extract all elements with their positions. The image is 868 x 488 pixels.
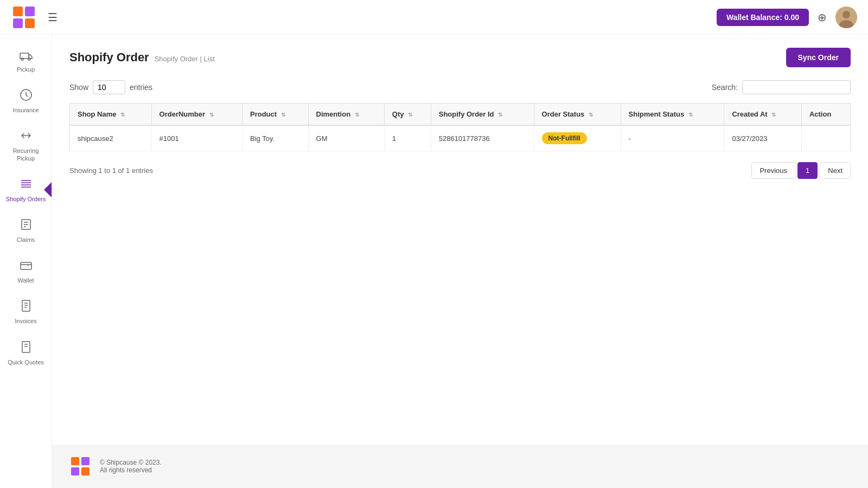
sidebar-item-recurring-pickup[interactable]: Recurring Pickup: [0, 121, 52, 169]
sort-icon-order-number[interactable]: ⇅: [209, 112, 214, 118]
cell-shipment-status: -: [621, 125, 724, 151]
hamburger-icon[interactable]: ☰: [48, 11, 58, 24]
sort-icon-shop-name[interactable]: ⇅: [120, 112, 125, 118]
logo: SHIP CAUSE: [11, 4, 37, 30]
crosshair-icon[interactable]: ⊕: [818, 11, 827, 24]
cell-order-number: #1001: [151, 125, 242, 151]
page-1-button[interactable]: 1: [797, 162, 818, 179]
table-header: Shop Name ⇅ OrderNumber ⇅ Product ⇅ Di: [70, 104, 851, 126]
svg-rect-31: [81, 467, 90, 476]
svg-point-10: [28, 58, 30, 60]
col-order-status: Order Status ⇅: [534, 104, 621, 126]
sidebar-item-quick-quotes[interactable]: Quick Quotes: [0, 333, 52, 374]
content-area: Shopify Order Shopify Order | List Sync …: [52, 35, 868, 445]
svg-point-9: [21, 58, 23, 60]
main-content: Shopify Order Shopify Order | List Sync …: [52, 35, 868, 488]
pickup-icon: [20, 48, 33, 64]
col-created-at: Created At ⇅: [724, 104, 801, 126]
breadcrumb: Shopify Order | List: [155, 55, 215, 63]
pagination-area: Showing 1 to 1 of 1 entries Previous 1 N…: [69, 162, 851, 179]
showing-text: Showing 1 to 1 of 1 entries: [69, 166, 153, 175]
col-product: Product ⇅: [242, 104, 309, 126]
footer-logo: [69, 455, 91, 477]
col-action: Action: [801, 104, 850, 126]
cell-order-status: Not-Fullfill: [534, 125, 621, 151]
sidebar-item-claims[interactable]: Claims: [0, 210, 52, 251]
search-label: Search:: [712, 83, 738, 92]
header-right: Wallet Balance: 0.00 ⊕: [717, 7, 857, 28]
svg-point-6: [843, 11, 850, 18]
cell-shopify-order-id: 5286101778736: [431, 125, 534, 151]
invoices-icon: [20, 299, 33, 316]
header-left: SHIP CAUSE ☰: [11, 4, 58, 30]
previous-button[interactable]: Previous: [751, 162, 795, 179]
svg-rect-3: [25, 18, 35, 28]
breadcrumb-separator: |: [200, 55, 204, 63]
sidebar-label-insurance: Insurance: [12, 107, 39, 114]
svg-rect-20: [21, 262, 31, 269]
pagination: Previous 1 Next: [751, 162, 851, 179]
sort-icon-dimention[interactable]: ⇅: [355, 112, 359, 118]
sort-icon-order-status[interactable]: ⇅: [589, 112, 593, 118]
cell-qty: 1: [384, 125, 431, 151]
sidebar-item-pickup[interactable]: Pickup: [0, 40, 52, 81]
layout: Pickup Insurance Recurring Pickup: [0, 35, 868, 488]
col-qty: Qty ⇅: [384, 104, 431, 126]
sidebar-label-pickup: Pickup: [17, 66, 35, 73]
table-controls: Show entries Search:: [69, 80, 851, 94]
sort-icon-product[interactable]: ⇅: [281, 112, 285, 118]
sort-icon-created-at[interactable]: ⇅: [771, 112, 776, 118]
svg-rect-25: [22, 342, 30, 352]
sort-icon-qty[interactable]: ⇅: [408, 112, 412, 118]
breadcrumb-current: List: [204, 55, 215, 63]
show-label: Show: [69, 83, 88, 92]
svg-rect-8: [20, 53, 29, 59]
claims-icon: [20, 218, 33, 234]
search-box: Search:: [712, 80, 851, 94]
page-title-section: Shopify Order Shopify Order | List: [69, 50, 215, 65]
page-header: Shopify Order Shopify Order | List Sync …: [69, 48, 851, 67]
col-shopify-order-id: Shopify Order Id ⇅: [431, 104, 534, 126]
insurance-icon: [20, 88, 33, 105]
wallet-icon: [20, 259, 33, 275]
col-dimention: Dimention ⇅: [308, 104, 384, 126]
col-shop-name: Shop Name ⇅: [70, 104, 152, 126]
breadcrumb-link[interactable]: Shopify Order: [155, 55, 198, 63]
header: SHIP CAUSE ☰ Wallet Balance: 0.00 ⊕: [0, 0, 868, 35]
svg-rect-0: [13, 7, 23, 16]
sidebar-item-invoices[interactable]: Invoices: [0, 292, 52, 332]
sidebar-item-insurance[interactable]: Insurance: [0, 81, 52, 121]
col-order-number: OrderNumber ⇅: [151, 104, 242, 126]
sidebar-label-recurring-pickup: Recurring Pickup: [4, 147, 47, 162]
footer-copyright: © Shipcause © 2023.: [100, 459, 162, 466]
avatar[interactable]: [835, 7, 857, 28]
shopify-orders-icon: [20, 177, 33, 194]
entries-label: entries: [130, 83, 152, 92]
next-button[interactable]: Next: [820, 162, 851, 179]
show-entries: Show entries: [69, 80, 152, 94]
search-input[interactable]: [742, 80, 851, 94]
footer: © Shipcause © 2023. All rights reserved: [52, 445, 868, 488]
sort-icon-shopify-order-id[interactable]: ⇅: [498, 112, 502, 118]
wallet-balance-button[interactable]: Wallet Balance: 0.00: [717, 9, 809, 26]
order-status-badge: Not-Fullfill: [542, 132, 587, 144]
cell-action: [801, 125, 850, 151]
svg-rect-29: [81, 457, 90, 465]
sidebar: Pickup Insurance Recurring Pickup: [0, 35, 52, 488]
cell-created-at: 03/27/2023: [724, 125, 801, 151]
page-title: Shopify Order: [69, 50, 149, 65]
svg-rect-28: [71, 457, 79, 465]
entries-input[interactable]: [93, 80, 125, 94]
svg-rect-1: [25, 7, 35, 16]
footer-text: © Shipcause © 2023. All rights reserved: [100, 459, 162, 474]
sync-order-button[interactable]: Sync Order: [786, 48, 851, 67]
cell-product: Big Toy.: [242, 125, 309, 151]
data-table: Shop Name ⇅ OrderNumber ⇅ Product ⇅ Di: [69, 103, 851, 151]
cell-dimention: GM: [308, 125, 384, 151]
sidebar-item-wallet[interactable]: Wallet: [0, 251, 52, 292]
table-row: shipcause2 #1001 Big Toy. GM 1 528610177…: [70, 125, 851, 151]
sidebar-label-claims: Claims: [17, 236, 35, 243]
sidebar-item-shopify-orders[interactable]: Shopify Orders: [0, 170, 52, 210]
sidebar-label-quick-quotes: Quick Quotes: [8, 359, 44, 366]
sort-icon-shipment-status[interactable]: ⇅: [688, 112, 693, 118]
